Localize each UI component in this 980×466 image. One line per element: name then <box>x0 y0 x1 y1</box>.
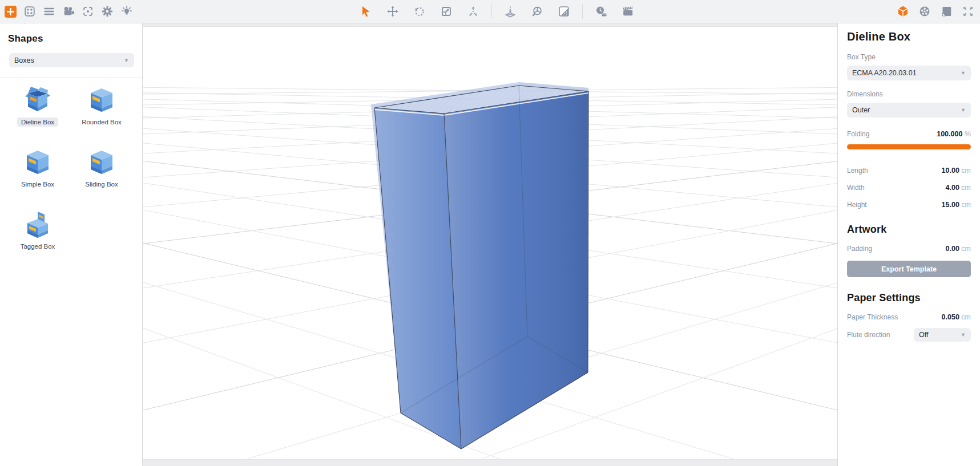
dimensions-label: Dimensions <box>847 90 971 98</box>
paper-thickness-value[interactable]: 0.050 cm <box>942 313 971 321</box>
viewport-horizontal-scrollbar-bottom[interactable] <box>143 459 837 466</box>
dimensions-select[interactable]: Outer ▼ <box>847 103 971 117</box>
folding-slider[interactable] <box>847 144 971 149</box>
shape-item-sliding-box[interactable]: Sliding Box <box>70 147 134 189</box>
snapshot-button[interactable] <box>940 5 953 18</box>
folding-value[interactable]: 100.000 % <box>937 130 971 138</box>
length-row: Length 10.00 cm <box>847 167 971 175</box>
timeline-button[interactable] <box>595 5 607 18</box>
shape-item-label: Simple Box <box>17 180 58 189</box>
height-label: Height <box>847 201 867 209</box>
box-type-label: Box Type <box>847 53 971 61</box>
orbit-center-icon <box>531 5 543 18</box>
lightbulb-icon <box>120 5 133 18</box>
toolbar-separator <box>491 4 492 19</box>
paper-settings-title: Paper Settings <box>847 292 971 304</box>
padding-label: Padding <box>847 245 872 253</box>
folding-row: Folding 100.000 % <box>847 130 971 138</box>
tagged-box-icon <box>23 209 53 239</box>
shape-item-label: Sliding Box <box>81 180 122 189</box>
cursor-arrow-icon <box>360 5 372 18</box>
properties-title: Dieline Box <box>847 30 971 43</box>
export-template-button[interactable]: Export Template <box>847 261 971 277</box>
box-type-select[interactable]: ECMA A20.20.03.01 ▼ <box>847 66 971 80</box>
shapes-divider <box>0 78 142 78</box>
look-at-center-button[interactable] <box>531 5 543 18</box>
movie-camera-icon <box>62 5 75 18</box>
width-label: Width <box>847 184 865 192</box>
shape-grid: Dieline Box Rounded Box Simple <box>6 85 142 251</box>
closed-box-icon <box>87 147 116 177</box>
flute-direction-value: Off <box>919 331 928 339</box>
clapperboard-icon <box>622 5 634 18</box>
animation-button[interactable] <box>622 5 634 18</box>
scale-boxes-icon <box>440 5 453 18</box>
width-value[interactable]: 4.00 cm <box>946 184 971 192</box>
scale-tool-button[interactable] <box>440 5 453 18</box>
tree-list-button[interactable] <box>43 5 55 18</box>
drop-to-floor-button[interactable] <box>504 5 517 18</box>
chevron-down-icon: ▼ <box>124 58 129 63</box>
box-right-face-sheen <box>444 91 588 449</box>
fullscreen-button[interactable] <box>962 5 974 18</box>
shape-item-label: Tagged Box <box>17 242 59 251</box>
time-lapse-icon <box>595 5 607 18</box>
paper-thickness-label: Paper Thickness <box>847 313 898 321</box>
closed-box-icon <box>23 147 53 177</box>
scene-mode-button[interactable] <box>897 5 909 18</box>
page-fold-icon <box>940 5 953 18</box>
shape-item-simple-box[interactable]: Simple Box <box>6 147 70 189</box>
shape-category-select[interactable]: Boxes ▼ <box>9 53 134 67</box>
camera-button[interactable] <box>62 5 75 18</box>
drop-floor-icon <box>504 5 517 18</box>
toolbar-left-group <box>5 0 133 23</box>
render-button[interactable] <box>918 5 931 18</box>
shape-item-label: Rounded Box <box>78 117 126 127</box>
chevron-down-icon: ▼ <box>961 107 966 113</box>
expand-arrows-icon <box>962 5 974 18</box>
rotate-circle-icon <box>413 5 426 18</box>
shape-item-dieline-box[interactable]: Dieline Box <box>6 85 70 127</box>
length-value[interactable]: 10.00 cm <box>942 167 971 175</box>
padding-value[interactable]: 0.00 cm <box>946 245 971 253</box>
dimensions-value: Outer <box>852 106 870 114</box>
viewport-canvas[interactable] <box>143 27 837 459</box>
width-row: Width 4.00 cm <box>847 184 971 192</box>
box-type-value: ECMA A20.20.03.01 <box>852 69 917 77</box>
move-tool-button[interactable] <box>386 5 399 18</box>
artwork-section-title: Artwork <box>847 224 971 236</box>
toolbar-view-group <box>897 0 974 23</box>
viewport-3d[interactable] <box>143 23 837 466</box>
gear-icon <box>101 5 114 18</box>
gradient-corner-icon <box>558 5 570 18</box>
select-tool-button[interactable] <box>360 5 372 18</box>
shape-item-rounded-box[interactable]: Rounded Box <box>70 85 134 127</box>
light-button[interactable] <box>120 5 133 18</box>
library-button[interactable] <box>23 5 36 18</box>
flute-direction-label: Flute direction <box>847 331 890 339</box>
padding-row: Padding 0.00 cm <box>847 245 971 253</box>
scatter-arrows-icon <box>467 5 479 18</box>
length-label: Length <box>847 167 868 175</box>
shapes-panel-title: Shapes <box>8 33 142 44</box>
chevron-down-icon: ▼ <box>961 70 966 76</box>
open-box-icon <box>23 85 53 115</box>
rotate-tool-button[interactable] <box>413 5 426 18</box>
center-view-button[interactable] <box>82 5 94 18</box>
height-value[interactable]: 15.00 cm <box>942 201 971 209</box>
materials-button[interactable] <box>558 5 570 18</box>
cube-3d-icon <box>897 5 909 18</box>
flute-direction-select[interactable]: Off ▼ <box>914 328 971 342</box>
settings-button[interactable] <box>101 5 114 18</box>
shape-item-label: Dieline Box <box>17 117 58 127</box>
folding-label: Folding <box>847 130 869 138</box>
shape-item-tagged-box[interactable]: Tagged Box <box>6 209 70 251</box>
toolbar-separator <box>582 4 583 19</box>
closed-box-icon <box>87 85 116 115</box>
move-arrows-icon <box>386 5 399 18</box>
paper-thickness-row: Paper Thickness 0.050 cm <box>847 313 971 321</box>
add-shape-button[interactable] <box>5 6 17 18</box>
main-toolbar <box>0 0 980 23</box>
spread-tool-button[interactable] <box>467 5 479 18</box>
properties-panel: Dieline Box Box Type ECMA A20.20.03.01 ▼… <box>837 23 980 466</box>
